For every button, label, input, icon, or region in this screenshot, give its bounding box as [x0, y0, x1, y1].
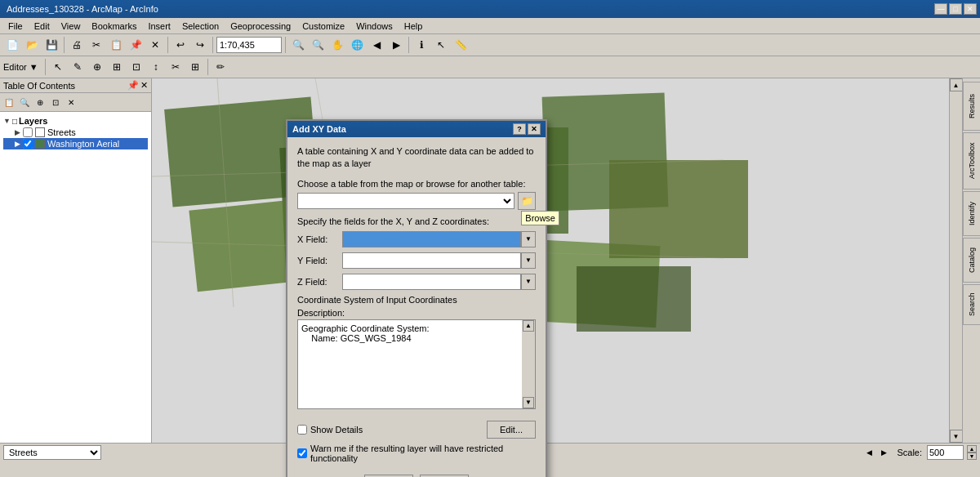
delete-button[interactable]: ✕	[146, 36, 164, 54]
scale-spinners: ▲ ▼	[967, 445, 977, 460]
toc-close[interactable]: ✕	[140, 80, 148, 91]
toc-pin[interactable]: 📌	[127, 80, 139, 91]
arctoolbox-tab[interactable]: ArcToolbox	[963, 132, 981, 189]
identify-button[interactable]: ℹ	[412, 36, 430, 54]
separator1	[64, 37, 65, 53]
dialog-help-button[interactable]: ?	[513, 123, 526, 135]
dialog-close-button[interactable]: ✕	[528, 123, 541, 135]
dialog-footer2: Warn me if the resulting layer will have…	[287, 444, 546, 470]
scroll-down[interactable]: ▼	[950, 430, 963, 443]
table-select[interactable]	[297, 193, 514, 209]
edit-tool6[interactable]: ↕	[147, 58, 165, 76]
paste-button[interactable]: 📌	[127, 36, 145, 54]
menu-help[interactable]: Help	[399, 20, 428, 33]
cut-button[interactable]: ✂	[87, 36, 105, 54]
measure-button[interactable]: 📏	[452, 36, 470, 54]
roads-overlay	[152, 78, 962, 443]
close-button[interactable]: ✕	[964, 3, 977, 15]
forward-button[interactable]: ▶	[387, 36, 405, 54]
y-field-dropdown[interactable]: ▼	[521, 252, 536, 269]
menu-insert[interactable]: Insert	[143, 20, 176, 33]
print-button[interactable]: 🖨	[68, 36, 86, 54]
toc-btn3[interactable]: ⊕	[33, 95, 47, 109]
x-field-input[interactable]	[342, 231, 521, 247]
edit-tool3[interactable]: ⊕	[88, 58, 106, 76]
z-field-input[interactable]	[342, 274, 521, 290]
edit-tool1[interactable]: ↖	[49, 58, 67, 76]
search-tab[interactable]: Search	[963, 284, 981, 325]
dialog-intro-text: A table containing X and Y coordinate da…	[297, 145, 536, 171]
edit-button[interactable]: Edit...	[487, 421, 536, 439]
toc-content: ▼ □ Layers ▶ Streets ▶ Washington Aerial	[0, 112, 151, 443]
redo-button[interactable]: ↪	[191, 36, 209, 54]
edit-tool5[interactable]: ⊡	[127, 58, 145, 76]
toc-layer-aerial[interactable]: ▶ Washington Aerial	[3, 138, 148, 149]
toc-btn5[interactable]: ✕	[64, 95, 78, 109]
minimize-button[interactable]: —	[934, 3, 947, 15]
menu-edit[interactable]: Edit	[29, 20, 55, 33]
toc-header: Table Of Contents 📌 ✕	[0, 78, 151, 93]
identify-tab[interactable]: Identify	[963, 191, 981, 236]
toc-btn4[interactable]: ⊡	[48, 95, 63, 109]
scale-down-spinner[interactable]: ▼	[967, 452, 977, 460]
scale-input[interactable]	[927, 445, 964, 460]
open-button[interactable]: 📂	[23, 36, 41, 54]
desc-scroll-down[interactable]: ▼	[523, 397, 534, 408]
full-extent-button[interactable]: 🌐	[348, 36, 366, 54]
catalog-tab[interactable]: Catalog	[963, 238, 981, 283]
title-bar: Addresses_130328 - ArcMap - ArcInfo — □ …	[0, 0, 980, 18]
show-details-checkbox[interactable]	[297, 425, 307, 435]
menu-file[interactable]: File	[3, 20, 28, 33]
undo-button[interactable]: ↩	[172, 36, 189, 54]
streets-checkbox[interactable]	[23, 127, 33, 137]
back-button[interactable]: ◀	[368, 36, 385, 54]
scale-box[interactable]: 1:70,435	[216, 37, 282, 53]
copy-button[interactable]: 📋	[107, 36, 125, 54]
map-content	[152, 78, 962, 443]
edit-tool7[interactable]: ✂	[167, 58, 185, 76]
menu-selection[interactable]: Selection	[177, 20, 224, 33]
zoom-in-button[interactable]: 🔍	[289, 36, 307, 54]
scale-up-spinner[interactable]: ▲	[967, 445, 977, 452]
z-field-dropdown[interactable]: ▼	[521, 274, 536, 290]
streets-dropdown[interactable]: Streets	[3, 445, 101, 460]
edit-tool8[interactable]: ⊞	[186, 58, 204, 76]
menu-geoprocessing[interactable]: Geoprocessing	[225, 20, 296, 33]
edit-tool2[interactable]: ✎	[69, 58, 87, 76]
menu-customize[interactable]: Customize	[297, 20, 350, 33]
warn-label: Warn me if the resulting layer will have…	[310, 444, 536, 463]
browse-button[interactable]: 📁 Browse	[518, 192, 536, 210]
zoom-out-button[interactable]: 🔍	[309, 36, 327, 54]
pan-button[interactable]: ✋	[328, 36, 346, 54]
toc-title: Table Of Contents	[3, 81, 75, 91]
aerial-checkbox[interactable]	[23, 139, 33, 149]
scale-up-btn[interactable]: ▶	[877, 446, 890, 459]
maximize-button[interactable]: □	[949, 3, 962, 15]
desc-scroll-up[interactable]: ▲	[523, 320, 534, 332]
results-tab[interactable]: Results	[963, 82, 981, 131]
edit-tool4[interactable]: ⊞	[108, 58, 126, 76]
warn-checkbox[interactable]	[297, 448, 307, 458]
y-field-row: Y Field: ▼	[297, 252, 536, 269]
new-button[interactable]: 📄	[3, 36, 21, 54]
save-button[interactable]: 💾	[42, 36, 60, 54]
x-field-label: X Field:	[297, 234, 342, 244]
show-details-row: Show Details	[297, 425, 363, 435]
menu-view[interactable]: View	[56, 20, 86, 33]
y-field-input[interactable]	[342, 252, 521, 269]
expand-icon[interactable]: ▼	[3, 117, 11, 125]
map-area[interactable]: ▲ ▼	[152, 78, 962, 443]
toc-btn1[interactable]: 📋	[2, 95, 16, 109]
aerial-label: Washington Aerial	[47, 139, 119, 149]
toc-btn2[interactable]: 🔍	[17, 95, 32, 109]
scale-label: Scale:	[897, 448, 922, 457]
dialog-footer1: Show Details Edit...	[287, 421, 546, 444]
scroll-up[interactable]: ▲	[950, 78, 963, 91]
toc-layer-streets[interactable]: ▶ Streets	[3, 127, 148, 138]
select-button[interactable]: ↖	[432, 36, 450, 54]
menu-windows[interactable]: Windows	[351, 20, 398, 33]
menu-bookmarks[interactable]: Bookmarks	[87, 20, 141, 33]
x-field-dropdown[interactable]: ▼	[521, 231, 536, 247]
scale-down-btn[interactable]: ◀	[862, 446, 875, 459]
sketch-tool1[interactable]: ✏	[212, 58, 229, 76]
